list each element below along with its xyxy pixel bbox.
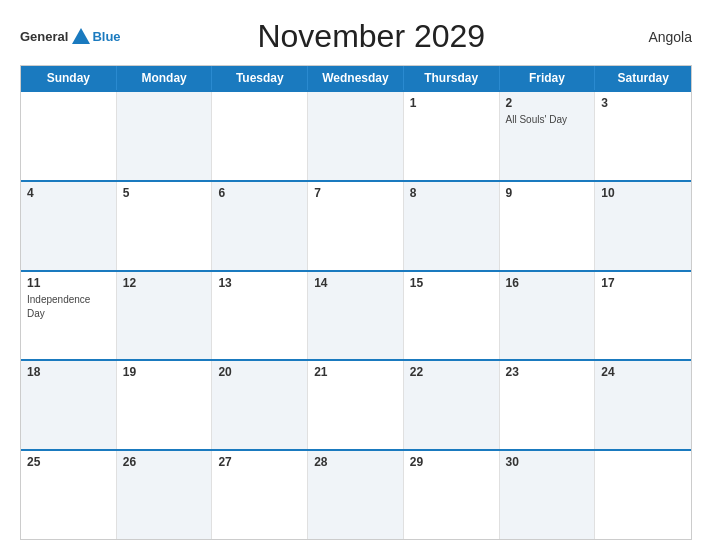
cal-cell: 24 (595, 361, 691, 449)
header-cell-saturday: Saturday (595, 66, 691, 90)
day-number: 2 (506, 96, 589, 110)
calendar-grid: SundayMondayTuesdayWednesdayThursdayFrid… (20, 65, 692, 540)
logo-blue-text: Blue (92, 29, 120, 44)
cal-cell: 8 (404, 182, 500, 270)
header-cell-sunday: Sunday (21, 66, 117, 90)
day-number: 14 (314, 276, 397, 290)
svg-marker-0 (72, 28, 90, 44)
day-number: 17 (601, 276, 685, 290)
cal-cell (117, 92, 213, 180)
week-row-1: 12All Souls' Day3 (21, 90, 691, 180)
cal-cell: 26 (117, 451, 213, 539)
day-number: 24 (601, 365, 685, 379)
day-number: 4 (27, 186, 110, 200)
day-number: 28 (314, 455, 397, 469)
day-number: 20 (218, 365, 301, 379)
header-cell-tuesday: Tuesday (212, 66, 308, 90)
cal-cell (212, 92, 308, 180)
country-label: Angola (622, 29, 692, 45)
week-row-5: 252627282930 (21, 449, 691, 539)
cal-cell: 22 (404, 361, 500, 449)
day-number: 3 (601, 96, 685, 110)
day-number: 23 (506, 365, 589, 379)
cal-cell: 25 (21, 451, 117, 539)
day-number: 5 (123, 186, 206, 200)
cal-cell (21, 92, 117, 180)
cal-cell: 20 (212, 361, 308, 449)
day-number: 19 (123, 365, 206, 379)
logo: General Blue (20, 26, 121, 48)
cal-cell: 3 (595, 92, 691, 180)
cal-cell: 6 (212, 182, 308, 270)
day-number: 25 (27, 455, 110, 469)
day-number: 8 (410, 186, 493, 200)
cal-cell: 9 (500, 182, 596, 270)
cal-cell: 2All Souls' Day (500, 92, 596, 180)
day-number: 1 (410, 96, 493, 110)
day-number: 7 (314, 186, 397, 200)
cal-cell: 23 (500, 361, 596, 449)
cal-cell: 4 (21, 182, 117, 270)
holiday-label: All Souls' Day (506, 114, 567, 125)
day-number: 22 (410, 365, 493, 379)
day-number: 15 (410, 276, 493, 290)
day-number: 6 (218, 186, 301, 200)
day-number: 12 (123, 276, 206, 290)
cal-cell: 13 (212, 272, 308, 360)
cal-cell: 19 (117, 361, 213, 449)
cal-cell: 7 (308, 182, 404, 270)
header-cell-wednesday: Wednesday (308, 66, 404, 90)
cal-cell: 10 (595, 182, 691, 270)
cal-cell: 11Independence Day (21, 272, 117, 360)
calendar-body: 12All Souls' Day34567891011Independence … (21, 90, 691, 539)
header-cell-thursday: Thursday (404, 66, 500, 90)
week-row-4: 18192021222324 (21, 359, 691, 449)
day-number: 21 (314, 365, 397, 379)
day-number: 10 (601, 186, 685, 200)
cal-cell: 21 (308, 361, 404, 449)
day-number: 27 (218, 455, 301, 469)
day-number: 16 (506, 276, 589, 290)
logo-general-text: General (20, 29, 68, 44)
cal-cell (595, 451, 691, 539)
cal-cell: 12 (117, 272, 213, 360)
logo-icon (70, 26, 92, 48)
holiday-label: Independence Day (27, 294, 90, 319)
day-number: 11 (27, 276, 110, 290)
header-cell-monday: Monday (117, 66, 213, 90)
cal-cell: 1 (404, 92, 500, 180)
page-title: November 2029 (121, 18, 622, 55)
cal-cell: 5 (117, 182, 213, 270)
header-cell-friday: Friday (500, 66, 596, 90)
calendar-header-row: SundayMondayTuesdayWednesdayThursdayFrid… (21, 66, 691, 90)
day-number: 30 (506, 455, 589, 469)
cal-cell: 28 (308, 451, 404, 539)
calendar-page: General Blue November 2029 Angola Sunday… (0, 0, 712, 550)
cal-cell: 15 (404, 272, 500, 360)
cal-cell: 14 (308, 272, 404, 360)
day-number: 29 (410, 455, 493, 469)
cal-cell: 27 (212, 451, 308, 539)
week-row-2: 45678910 (21, 180, 691, 270)
week-row-3: 11Independence Day121314151617 (21, 270, 691, 360)
cal-cell (308, 92, 404, 180)
cal-cell: 30 (500, 451, 596, 539)
cal-cell: 17 (595, 272, 691, 360)
day-number: 26 (123, 455, 206, 469)
day-number: 13 (218, 276, 301, 290)
cal-cell: 18 (21, 361, 117, 449)
page-header: General Blue November 2029 Angola (20, 18, 692, 55)
day-number: 9 (506, 186, 589, 200)
cal-cell: 16 (500, 272, 596, 360)
day-number: 18 (27, 365, 110, 379)
cal-cell: 29 (404, 451, 500, 539)
